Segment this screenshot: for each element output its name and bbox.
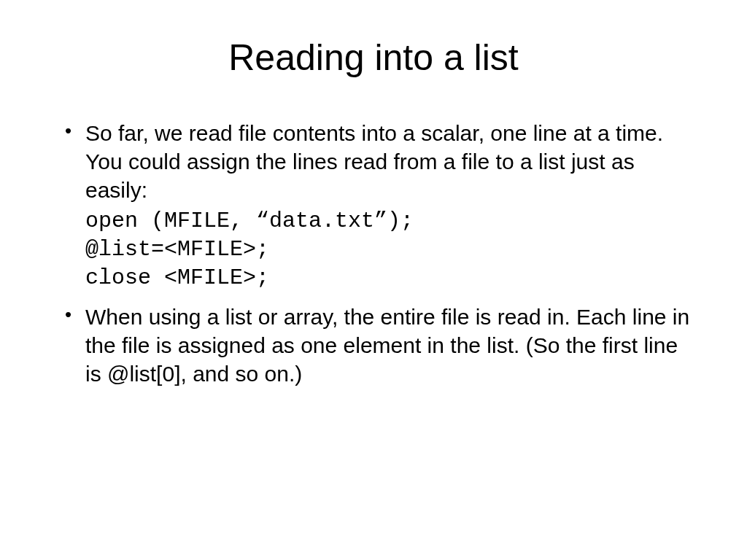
code-line: @list=<MFILE>; [85, 236, 692, 264]
code-line: open (MFILE, “data.txt”); [85, 207, 692, 236]
slide-title: Reading into a list [55, 36, 692, 79]
bullet-list: So far, we read file contents into a sca… [55, 119, 692, 388]
list-item: So far, we read file contents into a sca… [55, 119, 692, 292]
code-line: close <MFILE>; [85, 264, 692, 292]
code-block: open (MFILE, “data.txt”); @list=<MFILE>;… [85, 207, 692, 292]
list-item: When using a list or array, the entire f… [55, 303, 692, 388]
bullet-text: So far, we read file contents into a sca… [85, 121, 663, 202]
bullet-text: When using a list or array, the entire f… [85, 305, 689, 386]
